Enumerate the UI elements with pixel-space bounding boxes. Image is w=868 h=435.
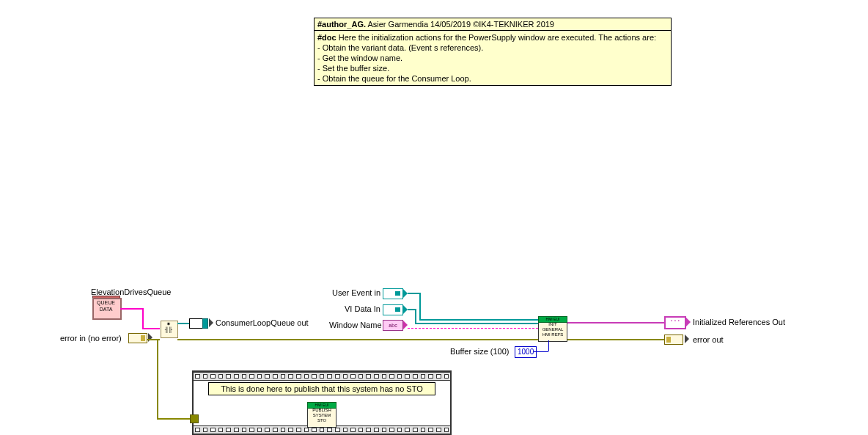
error-out-terminal[interactable]: [664, 335, 683, 345]
wire: [157, 339, 158, 418]
consumer-loop-queue-out-label: ConsumerLoopQueue out: [216, 318, 309, 327]
wire: [419, 319, 538, 321]
doc-line1: - Obtain the variant data. (Event s refe…: [317, 43, 668, 53]
author-tag: #author_AG.: [317, 20, 366, 29]
error-in-arrow-icon: [148, 333, 152, 342]
window-name-label: Window Name: [329, 321, 382, 329]
user-event-in-terminal[interactable]: [383, 288, 403, 299]
wire: [177, 339, 538, 340]
wire: [177, 323, 189, 324]
sto-comment: This is done here to publish that this s…: [208, 382, 435, 395]
initialized-references-out-label: Initialized References Out: [693, 318, 785, 326]
wire: [408, 309, 415, 310]
doc-comment: #doc Here the initialization actions for…: [314, 30, 672, 86]
doc-line4: - Obtain the queue for the Consumer Loop…: [317, 73, 668, 84]
unbundle-glyph: ✷╢╟: [162, 321, 175, 332]
error-in-label: error in (no error): [60, 334, 122, 343]
init-general-hmirefs-subvi[interactable]: HMI EUI INIT GENERAL HMI REFS: [538, 317, 567, 342]
wire: [415, 309, 416, 323]
flat-sequence-structure[interactable]: This is done here to publish that this s…: [192, 370, 452, 435]
wire: [415, 323, 538, 324]
queue-data-node-text: QUEUE DATA: [93, 300, 119, 312]
subvi-init-text: INIT GENERAL HMI REFS: [539, 322, 567, 337]
wire: [408, 328, 538, 329]
doc-line2: - Get the window name.: [317, 53, 668, 63]
wire: [534, 351, 548, 352]
wire: [142, 328, 160, 329]
vi-data-in-terminal[interactable]: [383, 304, 403, 315]
wire: [157, 418, 191, 420]
author-text: Asier Garmendia 14/05/2019 ©IK4-TEKNIKER…: [366, 20, 554, 29]
wire: [567, 339, 664, 340]
publish-system-sto-subvi[interactable]: HMI EUI PUBLISH SYSTEM STO: [307, 403, 336, 428]
vi-data-in-label: VI Data In: [345, 304, 380, 313]
user-event-in-label: User Event in: [332, 288, 380, 297]
wire: [567, 322, 664, 323]
error-out-arrow-icon: [685, 335, 689, 343]
wire: [120, 308, 142, 310]
buffer-size-label: Buffer size (100): [450, 347, 510, 356]
consumer-loop-queue-out-terminal[interactable]: [189, 318, 208, 329]
subvi-sto-text: PUBLISH SYSTEM STO: [308, 408, 336, 423]
wire: [419, 293, 421, 319]
doc-text: Here the initialization actions for the …: [336, 33, 656, 42]
sequence-tunnel: [190, 414, 199, 423]
consumer-loop-arrow-icon: [209, 318, 213, 327]
error-in-terminal[interactable]: [128, 333, 147, 343]
author-comment: #author_AG. Asier Garmendia 14/05/2019 ©…: [314, 18, 672, 31]
film-strip-top: [194, 372, 450, 381]
error-out-label: error out: [693, 335, 724, 344]
doc-line3: - Set the buffer size.: [317, 63, 668, 73]
doc-tag: #doc: [317, 33, 336, 42]
initialized-references-out-terminal[interactable]: ▪ ▪ ▪: [664, 316, 686, 329]
window-name-terminal[interactable]: abc: [383, 320, 403, 331]
buffer-size-constant[interactable]: 1000: [515, 346, 537, 358]
wire: [142, 308, 144, 328]
init-refs-arrow-icon: [686, 318, 691, 326]
wire: [408, 293, 419, 294]
wire: [548, 340, 549, 351]
